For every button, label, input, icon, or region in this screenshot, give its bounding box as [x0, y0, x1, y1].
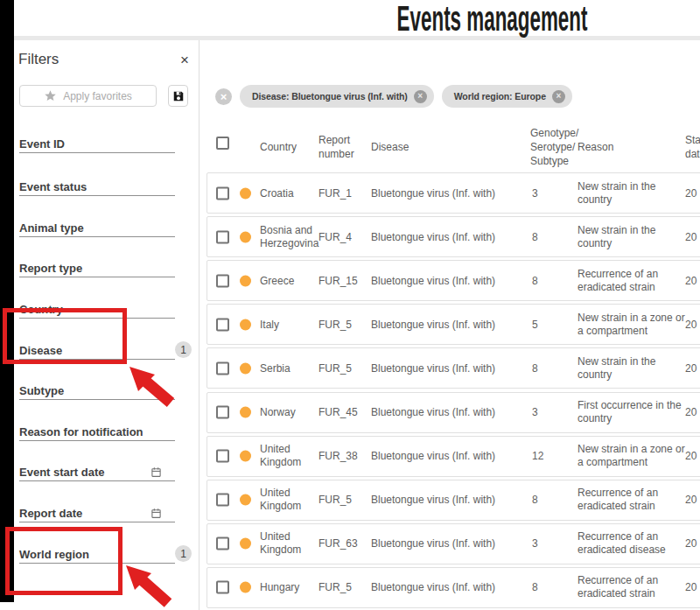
cell-genotype: 8	[532, 581, 538, 594]
chip-remove-icon[interactable]: ×	[414, 90, 427, 103]
table-row[interactable]: United Kingdom FUR_5 Bluetongue virus (I…	[206, 480, 700, 521]
cell-country: Serbia	[260, 361, 316, 375]
cell-report-number: FUR_63	[318, 537, 358, 550]
cell-start-date: 20	[685, 494, 696, 507]
cell-start-date: 20	[685, 450, 696, 463]
cell-disease: Bluetongue virus (Inf. with)	[371, 494, 495, 507]
cell-report-number: FUR_5	[318, 361, 352, 375]
row-checkbox[interactable]	[216, 537, 229, 550]
cell-country: United Kingdom	[260, 443, 316, 469]
cell-start-date: 20	[685, 537, 696, 550]
cell-genotype: 12	[532, 450, 543, 463]
cell-reason: First occurrence in the country	[578, 399, 690, 425]
cell-country: Greece	[260, 274, 316, 287]
cell-country: United Kingdom	[260, 487, 316, 513]
cell-disease: Bluetongue virus (Inf. with)	[371, 230, 495, 243]
cell-reason: New strain in the country	[578, 224, 690, 250]
table-row[interactable]: Serbia FUR_5 Bluetongue virus (Inf. with…	[206, 347, 700, 389]
column-header-reason: Reason	[578, 140, 613, 154]
select-all-checkbox[interactable]	[216, 137, 229, 150]
column-header-country: Country	[260, 140, 297, 154]
filter-chip[interactable]: Disease: Bluetongue virus (Inf. with) ×	[240, 85, 434, 108]
filter-field-event-start-date[interactable]: Event start date	[19, 466, 194, 497]
page-title: Events management	[322, 2, 536, 35]
cell-genotype: 8	[532, 274, 538, 287]
cell-disease: Bluetongue virus (Inf. with)	[371, 406, 495, 419]
cell-reason: Recurrence of an eradicated strain	[578, 574, 690, 600]
filter-count-badge: 1	[175, 545, 192, 562]
cell-genotype: 8	[532, 361, 538, 375]
cell-reason: Recurrence of an eradicated disease	[578, 530, 690, 557]
save-filters-button[interactable]	[168, 85, 188, 107]
table-row[interactable]: Greece FUR_15 Bluetongue virus (Inf. wit…	[206, 260, 700, 301]
filter-field-event-status[interactable]: Event status	[19, 180, 194, 212]
column-header-genotype: Genotype/ Serotype/ Subtype	[530, 126, 583, 168]
cell-report-number: FUR_4	[318, 230, 352, 243]
status-dot	[240, 494, 251, 506]
cell-disease: Bluetongue virus (Inf. with)	[371, 537, 495, 550]
table-row[interactable]: Hungary FUR_5 Bluetongue virus (Inf. wit…	[206, 567, 700, 608]
cell-genotype: 8	[532, 494, 538, 507]
close-icon[interactable]: ×	[180, 53, 193, 67]
cell-report-number: FUR_5	[318, 494, 352, 507]
floppy-disk-icon	[172, 90, 185, 102]
table-row[interactable]: United Kingdom FUR_38 Bluetongue virus (…	[206, 436, 700, 477]
cell-start-date: 20	[685, 406, 696, 419]
row-checkbox[interactable]	[216, 230, 229, 243]
status-dot	[240, 582, 251, 593]
row-checkbox[interactable]	[216, 450, 229, 463]
row-checkbox[interactable]	[216, 494, 229, 507]
cell-country: Croatia	[260, 186, 316, 200]
filter-field-reason-for-notification[interactable]: Reason for notification	[19, 425, 194, 457]
cell-country: Italy	[260, 318, 316, 331]
filter-field-event-id[interactable]: Event ID	[19, 137, 194, 169]
column-header-report-number: Report number	[318, 133, 359, 161]
filter-field-country[interactable]: Country	[19, 303, 194, 334]
row-checkbox[interactable]	[216, 318, 229, 331]
cell-disease: Bluetongue virus (Inf. with)	[371, 581, 495, 594]
table-row[interactable]: Bosnia and Herzegovina FUR_4 Bluetongue …	[206, 216, 700, 257]
filter-field-world-region[interactable]: World region 1	[19, 548, 194, 579]
column-header-disease: Disease	[371, 140, 409, 154]
status-dot	[240, 407, 251, 418]
row-checkbox[interactable]	[216, 581, 229, 594]
filter-chip[interactable]: World region: Europe ×	[442, 85, 572, 108]
status-dot	[240, 187, 251, 199]
cell-country: Bosnia and Herzegovina	[260, 224, 316, 250]
filter-field-report-date[interactable]: Report date	[19, 507, 194, 538]
filter-field-subtype[interactable]: Subtype	[19, 384, 194, 416]
calendar-icon[interactable]	[150, 507, 162, 522]
filter-field-report-type[interactable]: Report type	[19, 262, 194, 293]
clear-all-filters-button[interactable]: ×	[215, 88, 232, 105]
cell-disease: Bluetongue virus (Inf. with)	[371, 186, 495, 200]
cell-report-number: FUR_38	[318, 450, 358, 463]
filter-field-disease[interactable]: Disease 1	[19, 344, 194, 375]
table-row[interactable]: Croatia FUR_1 Bluetongue virus (Inf. wit…	[206, 172, 700, 214]
star-icon	[44, 89, 57, 102]
table-row[interactable]: Norway FUR_45 Bluetongue virus (Inf. wit…	[206, 392, 700, 433]
cell-report-number: FUR_5	[318, 581, 352, 594]
filters-actions: Apply favorites	[19, 85, 194, 107]
cell-start-date: 20	[685, 318, 696, 331]
status-dot	[240, 231, 251, 242]
table-row[interactable]: United Kingdom FUR_63 Bluetongue virus (…	[206, 523, 700, 564]
left-black-bar	[0, 0, 14, 602]
cell-genotype: 3	[532, 186, 538, 200]
cell-report-number: FUR_45	[318, 406, 358, 419]
column-header-start-date: Start date	[685, 133, 700, 161]
row-checkbox[interactable]	[216, 361, 229, 375]
status-dot	[240, 362, 251, 374]
cell-start-date: 20	[685, 581, 696, 594]
row-checkbox[interactable]	[216, 274, 229, 287]
calendar-icon[interactable]	[150, 466, 162, 481]
cell-genotype: 3	[532, 537, 538, 550]
filter-field-animal-type[interactable]: Animal type	[19, 221, 194, 253]
row-checkbox[interactable]	[216, 406, 229, 419]
cell-country: Hungary	[260, 581, 316, 594]
cell-disease: Bluetongue virus (Inf. with)	[371, 450, 495, 463]
table-row[interactable]: Italy FUR_5 Bluetongue virus (Inf. with)…	[206, 304, 700, 345]
status-dot	[240, 538, 251, 550]
chip-remove-icon[interactable]: ×	[552, 90, 565, 103]
apply-favorites-button[interactable]: Apply favorites	[19, 85, 157, 107]
row-checkbox[interactable]	[216, 186, 229, 200]
